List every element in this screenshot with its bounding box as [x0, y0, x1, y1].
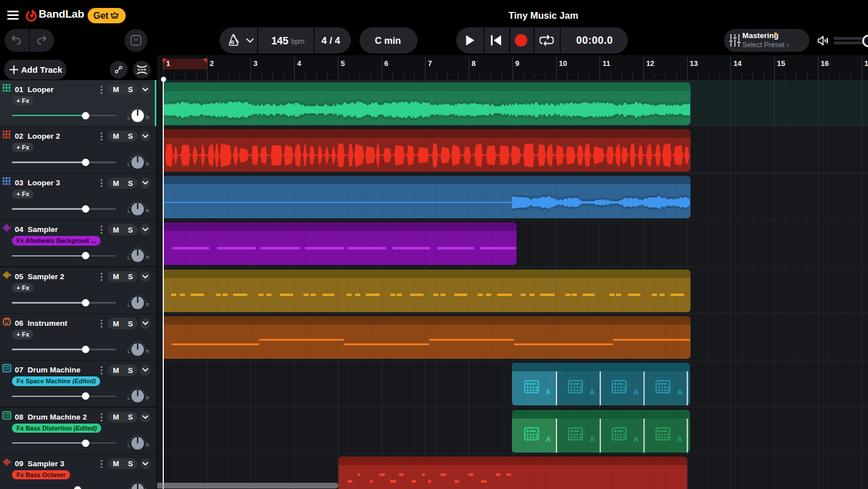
svg-text:A: A [590, 388, 595, 396]
svg-text:A: A [546, 436, 551, 444]
svg-text:A: A [546, 388, 551, 396]
svg-text:A: A [590, 436, 595, 444]
svg-text:A: A [677, 388, 683, 396]
svg-text:A: A [634, 436, 639, 444]
svg-text:A: A [677, 436, 683, 444]
svg-text:A: A [634, 388, 639, 396]
